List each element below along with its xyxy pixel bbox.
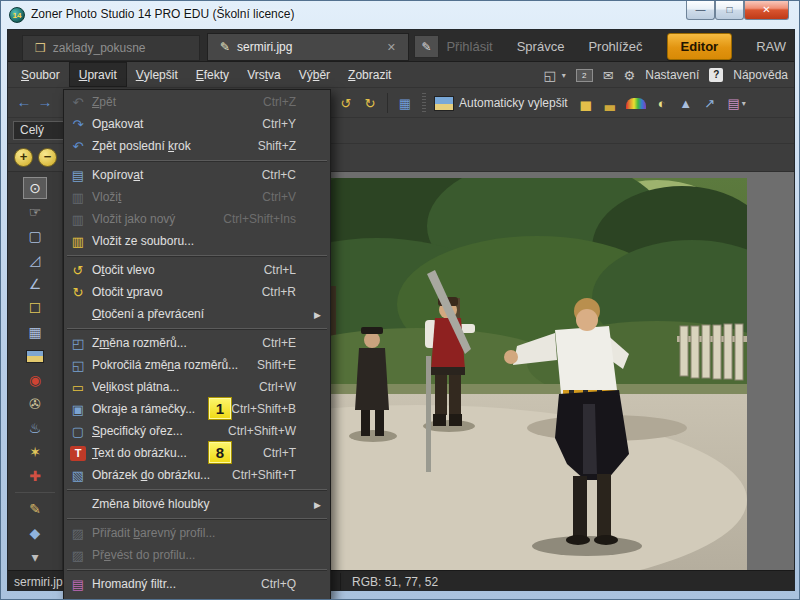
rotate-left-icon[interactable]: ↺ bbox=[334, 92, 358, 114]
tab-sermiri-jpg[interactable]: ✎ sermiri.jpg ✕ bbox=[207, 33, 409, 61]
menubar-item[interactable]: Upravit bbox=[69, 62, 127, 87]
tab-close-icon[interactable]: ✕ bbox=[387, 41, 396, 54]
menu-item[interactable]: ▥Vložit ze souboru... bbox=[64, 230, 330, 252]
menu-item[interactable]: ◰Změna rozměrů...Ctrl+E bbox=[64, 332, 330, 354]
step-badge: 8 bbox=[208, 441, 232, 464]
module-button[interactable]: Editor bbox=[667, 33, 733, 60]
module-button[interactable]: RAW bbox=[756, 39, 786, 54]
menu-item[interactable]: ▭Velikost plátna...Ctrl+W bbox=[64, 376, 330, 398]
close-button[interactable]: ✕ bbox=[744, 1, 789, 20]
more-tools-chevron[interactable]: ▾ bbox=[23, 546, 47, 568]
menu-item-label: Otočit vlevo bbox=[92, 263, 155, 277]
menubar-item[interactable]: Výběr bbox=[290, 62, 339, 87]
sharpen-icon[interactable]: ▲ bbox=[674, 92, 698, 114]
curves-icon[interactable]: ▃ bbox=[598, 92, 622, 114]
menu-item[interactable]: ▥Vložit jako novýCtrl+Shift+Ins bbox=[64, 208, 330, 230]
menu-item[interactable]: ↻Otočit vpravoCtrl+R bbox=[64, 281, 330, 303]
copy-icon: ▤ bbox=[64, 168, 92, 183]
module-button[interactable]: Přihlásit bbox=[446, 39, 492, 54]
status-divider bbox=[340, 573, 341, 590]
tab-zaklady-pokusne[interactable]: ❒ zaklady_pokusne bbox=[22, 35, 200, 61]
straighten-horizon-tool[interactable]: ◿ bbox=[23, 249, 47, 271]
second-monitor-icon[interactable]: 2 bbox=[576, 69, 593, 82]
rotate-right-icon: ↻ bbox=[64, 285, 92, 300]
menu-item[interactable]: ▤KopírovatCtrl+C bbox=[64, 164, 330, 186]
rainbow-colors-icon[interactable] bbox=[626, 98, 646, 109]
paint-brush-tool[interactable]: ✎ bbox=[23, 498, 47, 520]
fit-screen-caret-icon[interactable]: ▾ bbox=[562, 71, 566, 80]
auto-enhance-icon[interactable] bbox=[434, 96, 454, 111]
text-into-image-icon: T bbox=[64, 446, 92, 461]
levels-icon[interactable]: ▅ bbox=[574, 92, 598, 114]
mail-icon[interactable]: ✉ bbox=[603, 68, 614, 83]
hand-tool[interactable]: ☞ bbox=[23, 201, 47, 223]
menu-item[interactable]: Otočení a převrácení▶ bbox=[64, 303, 330, 325]
menu-item-label: Obrázek do obrázku... bbox=[92, 468, 210, 482]
forward-arrow-icon[interactable]: → bbox=[35, 92, 55, 112]
menu-item[interactable]: ◱Pokročilá změna rozměrů...Shift+E bbox=[64, 354, 330, 376]
gear-icon[interactable]: ⚙ bbox=[624, 68, 636, 83]
menu-item-shortcut: Ctrl+V bbox=[262, 190, 322, 204]
menubar-item[interactable]: Zobrazit bbox=[339, 62, 400, 87]
toolbar-separator bbox=[387, 93, 388, 113]
menu-separator bbox=[67, 328, 327, 329]
rotate-right-icon[interactable]: ↻ bbox=[358, 92, 382, 114]
menubar-item[interactable]: Vrstva bbox=[238, 62, 290, 87]
menu-item[interactable]: ↷OpakovatCtrl+Y bbox=[64, 113, 330, 135]
menu-item[interactable]: Aplikovat hromadný filtr▶ bbox=[64, 595, 330, 600]
image-adjust-tool[interactable] bbox=[23, 345, 47, 367]
menu-item-label: Otočení a převrácení bbox=[92, 307, 204, 321]
healing-tool[interactable]: ✚ bbox=[23, 465, 47, 487]
zoom-tool[interactable]: ⊙ bbox=[23, 177, 47, 199]
align-lines-tool[interactable]: ∠ bbox=[23, 273, 47, 295]
white-balance-icon[interactable]: ◐ bbox=[650, 92, 674, 114]
menu-item[interactable]: ▢Specifický ořez...Ctrl+Shift+W bbox=[64, 420, 330, 442]
settings-button[interactable]: Nastavení bbox=[645, 68, 699, 82]
menubar-item[interactable]: Vylepšit bbox=[127, 62, 187, 87]
status-rgb-value: RGB: 51, 77, 52 bbox=[352, 575, 438, 589]
menu-item[interactable]: TText do obrázku...8Ctrl+T bbox=[64, 442, 330, 464]
menu-item[interactable]: Změna bitové hloubky▶ bbox=[64, 493, 330, 515]
clone-stamp-tool[interactable]: ✇ bbox=[23, 393, 47, 415]
menu-item[interactable]: ↶ZpětCtrl+Z bbox=[64, 91, 330, 113]
submenu-arrow-icon: ▶ bbox=[314, 500, 321, 510]
module-button[interactable]: Správce bbox=[517, 39, 565, 54]
maximize-button[interactable]: □ bbox=[715, 1, 744, 20]
zoom-level-select[interactable]: Celý bbox=[13, 121, 65, 140]
menu-item-shortcut: Ctrl+Shift+Ins bbox=[223, 212, 322, 226]
zoom-in-button[interactable]: + bbox=[14, 148, 33, 167]
menubar-item[interactable]: Soubor bbox=[12, 62, 69, 87]
help-button[interactable]: Nápověda bbox=[733, 68, 788, 82]
paste-from-file-icon: ▥ bbox=[64, 234, 92, 249]
tab-label: zaklady_pokusne bbox=[53, 41, 146, 55]
menu-item[interactable]: ▣Okraje a rámečky...1Ctrl+Shift+B bbox=[64, 398, 330, 420]
minimize-button[interactable]: — bbox=[686, 1, 715, 20]
auto-enhance-label[interactable]: Automaticky vylepšit bbox=[459, 96, 568, 110]
zoom-out-button[interactable]: − bbox=[38, 148, 57, 167]
menubar-item[interactable]: Efekty bbox=[187, 62, 238, 87]
selection-tool[interactable]: ☐ bbox=[23, 297, 47, 319]
menu-item[interactable]: ▨Převést do profilu... bbox=[64, 544, 330, 566]
mesh-deform-tool[interactable]: ▦ bbox=[23, 321, 47, 343]
redo-icon: ↷ bbox=[64, 117, 92, 132]
crop-tool[interactable]: ▢ bbox=[23, 225, 47, 247]
help-icon[interactable]: ? bbox=[709, 68, 723, 82]
menu-item[interactable]: ▤Hromadný filtr...Ctrl+Q bbox=[64, 573, 330, 595]
module-button[interactable]: Prohlížeč bbox=[588, 39, 642, 54]
filmstrip-icon[interactable]: ▦ bbox=[393, 92, 417, 114]
red-eye-tool[interactable]: ◉ bbox=[23, 369, 47, 391]
batch-caret-icon[interactable]: ▾ bbox=[742, 99, 746, 108]
resize-arrow-icon[interactable]: ↗ bbox=[698, 92, 722, 114]
iron-smooth-tool[interactable]: ♨ bbox=[23, 417, 47, 439]
back-arrow-icon[interactable]: ← bbox=[14, 92, 34, 112]
menu-item[interactable]: ▧Obrázek do obrázku...Ctrl+Shift+T bbox=[64, 464, 330, 486]
fit-screen-icon[interactable]: ◱ bbox=[543, 68, 555, 83]
window-controls: — □ ✕ bbox=[686, 1, 789, 20]
effect-brush-tool[interactable]: ✶ bbox=[23, 441, 47, 463]
menu-item-label: Vložit jako nový bbox=[92, 212, 175, 226]
menu-item[interactable]: ↺Otočit vlevoCtrl+L bbox=[64, 259, 330, 281]
tilt-shift-tool[interactable]: ◆ bbox=[23, 522, 47, 544]
menu-item[interactable]: ▥VložitCtrl+V bbox=[64, 186, 330, 208]
menu-item[interactable]: ▨Přiřadit barevný profil... bbox=[64, 522, 330, 544]
menu-item[interactable]: ↶Zpět poslední krokShift+Z bbox=[64, 135, 330, 157]
